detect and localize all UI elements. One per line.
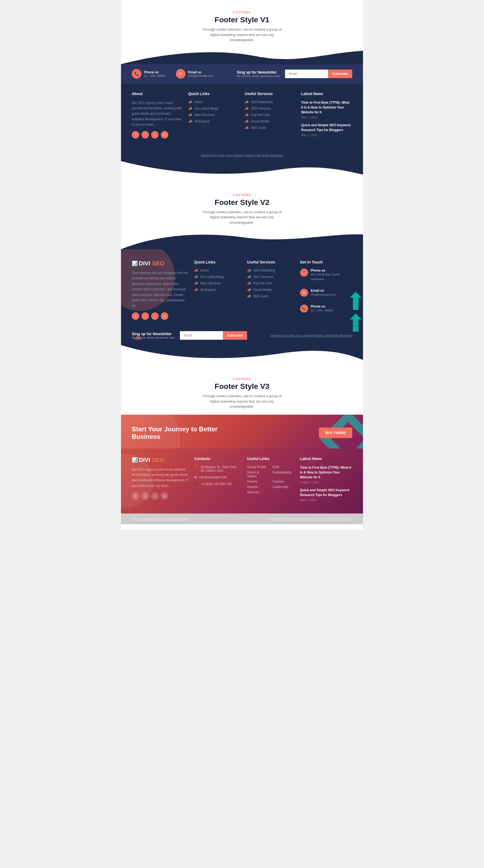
touch-email-val-v2: info@example.com — [311, 292, 336, 297]
service-ppc-v2[interactable]: 📣Pay Per Click — [247, 281, 295, 285]
subscribe-button-v1[interactable]: Subscribe — [328, 69, 352, 78]
contact-email-v3: ✉ info@example.com — [194, 475, 242, 479]
newsletter-title-v2: Sing up for Newsletter — [132, 332, 176, 336]
svc-icon-v1c: 📣 — [245, 113, 249, 117]
service-seo-svc-v2[interactable]: 📣SEO Services — [247, 275, 295, 279]
useful-link-sustainability[interactable]: Sustainability — [273, 470, 294, 478]
footer-v2: ⬆⬆ 📊 DIVI SEO Start working with an comp… — [121, 249, 363, 345]
contact-phone-v3: 📞 +1 (800) 123 456 789 — [194, 482, 242, 486]
link-mainservices-v1[interactable]: 📣Main Services — [188, 113, 239, 117]
news-title-1-v1[interactable]: Time to First Byte (TTFB): What It Is & … — [301, 100, 352, 115]
useful-link-services[interactable]: Services — [247, 490, 269, 494]
social-linkedin-v3[interactable]: in — [161, 492, 168, 500]
useful-link-csr[interactable]: CSR — [273, 465, 294, 469]
footer-v3-description: Through careful selection, we've curated… — [199, 394, 285, 409]
contact-address-v3: 📍 92 Bowery St., New York, NY 10013, USA — [194, 465, 242, 473]
useful-link-group-profile[interactable]: Group Profile — [247, 465, 269, 469]
service-seo-mkt-v2[interactable]: 📣SEO Marketing — [247, 269, 295, 272]
link-experts-v1[interactable]: 📣All Experts — [188, 120, 239, 123]
newsletter-form-v2: Subscribe — [180, 331, 247, 340]
touch-phone-v2: 📞 Phone us 01 – 234– 56889 — [300, 305, 352, 317]
useful-link-history[interactable]: History — [247, 479, 269, 484]
newsletter-email-input-v1[interactable] — [285, 69, 328, 78]
touch-address-icon-v2: 📍 — [300, 269, 308, 277]
useful-link-awards[interactable]: Awards — [247, 485, 269, 489]
link-experts-v2[interactable]: 📣All Experts — [194, 288, 242, 292]
touch-phone-text-v2: Phone us 01 – 234– 56889 — [311, 305, 333, 317]
touch-phone-val-v2: 01 – 234– 56889 — [311, 308, 333, 313]
address-value-v3: 92 Bowery St., New York, NY 10013, USA — [201, 465, 242, 473]
touch-phone-label-v2a: Phone us — [311, 269, 352, 272]
social-facebook-v2[interactable]: f — [132, 312, 139, 320]
newsletter-email-input-v2[interactable] — [180, 331, 223, 340]
news-title-2-v1[interactable]: Quick and Simple SEO Keyword Research Ti… — [301, 123, 352, 132]
terms-link-v3[interactable]: Terms of use | Privacy Environmental Pol… — [132, 517, 189, 521]
link-blogs-v2[interactable]: 📣Our Latest Blogs — [194, 275, 242, 279]
useful-services-col-v2: Useful Services 📣SEO Marketing 📣SEO Serv… — [247, 260, 295, 320]
wave-top-v2 — [121, 230, 363, 249]
service-seo-svc-v1[interactable]: 📣SEO Services — [245, 106, 296, 111]
useful-links-title-v3: Useful Links — [247, 457, 295, 461]
copyright-v2[interactable]: Designed by Enter Your company Name © Al… — [270, 334, 352, 337]
copyright-v1[interactable]: Designed by Enter Your company Name © Al… — [201, 154, 283, 157]
footer-v3-header: FOOTERS Footer Style V3 Through careful … — [121, 367, 363, 415]
link-home-v2[interactable]: 📣Home — [194, 269, 242, 272]
useful-link-careers[interactable]: Careers — [273, 479, 294, 484]
social-twitter-v1[interactable]: t — [141, 131, 149, 138]
social-linkedin-v1[interactable]: in — [161, 131, 168, 138]
svc-icon-v2c: 📣 — [247, 281, 251, 285]
link-home-v1[interactable]: 📣Home — [188, 100, 239, 104]
social-instagram-v2[interactable]: i — [151, 312, 159, 320]
link-mainservices-v2[interactable]: 📣Main Services — [194, 281, 242, 285]
social-twitter-v3[interactable]: t — [141, 492, 149, 500]
copyright-v3[interactable]: Designed by Enter Your company Name © Al… — [270, 517, 352, 521]
footer-v3-section: FOOTERS Footer Style V3 Through careful … — [121, 367, 363, 530]
newsletter-form-v1: Subscribe — [285, 69, 352, 78]
useful-services-col-v1: Useful Services 📣SEO Marketing 📣SEO Serv… — [245, 92, 296, 141]
address-icon-v3: 📍 — [194, 465, 198, 469]
news-date-1-v3: ●May 7, 2021 — [300, 481, 352, 484]
social-twitter-v2[interactable]: t — [141, 312, 149, 320]
link-icon-v1c: 📣 — [188, 113, 192, 117]
get-in-touch-title-v2: Get In Touch — [300, 260, 352, 264]
useful-link-vision[interactable]: Vision & Values — [247, 470, 269, 478]
email-icon-v3: ✉ — [194, 475, 197, 479]
news-title-1-v3[interactable]: Time to First Byte (TTFB): What It Is & … — [300, 465, 352, 479]
contacts-col-v3: Contacts 📍 92 Bowery St., New York, NY 1… — [194, 457, 242, 505]
service-ppc-v1[interactable]: 📣Pay Per Click — [245, 113, 296, 117]
service-audit-v2[interactable]: 📣SEO Audit — [247, 294, 295, 298]
social-facebook-v3[interactable]: f — [132, 492, 139, 500]
about-title-v1: About — [132, 92, 183, 96]
phone-value-v3: +1 (800) 123 456 789 — [201, 482, 231, 486]
footer-v1-label: FOOTERS — [126, 11, 358, 14]
service-social-v1[interactable]: 📣Social Media — [245, 120, 296, 123]
useful-link-leadership[interactable]: Leadership — [273, 485, 294, 489]
latest-news-title-v1: Latest News — [301, 92, 352, 96]
brand-logo-v3: 📊 DIVI SEO — [132, 457, 189, 464]
social-instagram-v1[interactable]: i — [151, 131, 159, 138]
svc-icon-v1e: 📣 — [245, 126, 249, 130]
buy-theme-button[interactable]: BUY THEME — [319, 428, 352, 438]
newsletter-subtitle-v1: Ne summo dictas pertinacia nam. — [237, 74, 281, 78]
news-title-2-v3[interactable]: Quick and Simple SEO Keyword Research Ti… — [300, 488, 352, 497]
footer-v2-main: 📊 DIVI SEO Start working with an company… — [121, 249, 363, 326]
service-seo-mkt-v1[interactable]: 📣SEO Marketing — [245, 100, 296, 104]
link-icon-v2b: 📣 — [194, 275, 198, 279]
footer-v1-description: Through careful selection, we've curated… — [199, 27, 285, 43]
phone-label: Phone us — [144, 70, 165, 74]
service-audit-v1[interactable]: 📣SEO Audit — [245, 126, 296, 130]
svc-icon-v2d: 📣 — [247, 288, 251, 292]
service-social-v2[interactable]: 📣Social Media — [247, 288, 295, 292]
subscribe-button-v2[interactable]: Subscribe — [223, 331, 247, 340]
email-value: info@example.com — [188, 74, 213, 78]
touch-email-v2: ✉ Email us info@example.com — [300, 289, 352, 301]
phone-icon-v3: 📞 — [194, 482, 198, 486]
news-item-1-v3: Time to First Byte (TTFB): What It Is & … — [300, 465, 352, 484]
social-facebook-v1[interactable]: f — [132, 131, 139, 138]
touch-phone-label-v2b: Phone us — [311, 305, 333, 308]
link-blogs-v1[interactable]: 📣Our Latest Blogs — [188, 106, 239, 111]
social-instagram-v3[interactable]: i — [151, 492, 159, 500]
latest-news-col-v1: Latest News Time to First Byte (TTFB): W… — [301, 92, 352, 141]
social-linkedin-v2[interactable]: in — [161, 312, 168, 320]
news-item-2-v3: Quick and Simple SEO Keyword Research Ti… — [300, 488, 352, 502]
